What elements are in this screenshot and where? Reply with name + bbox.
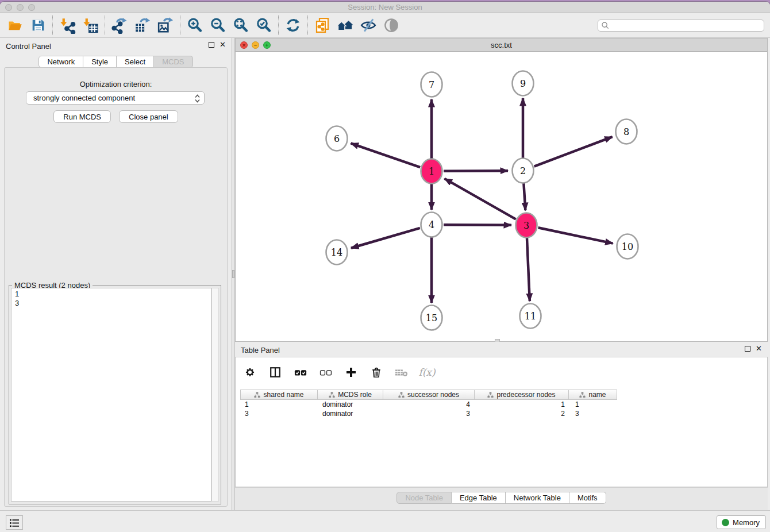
table-cell: 3 [384, 409, 476, 418]
tab-node-table[interactable]: Node Table [396, 492, 452, 504]
tab-network[interactable]: Network [38, 56, 83, 68]
trash-icon [370, 365, 383, 379]
toolbar-separator [278, 16, 279, 35]
zoom-selected-button[interactable] [252, 15, 275, 36]
zoom-selected-icon [255, 17, 272, 34]
zoom-fit-icon [232, 17, 249, 34]
graph-edge-3-11[interactable] [527, 237, 530, 301]
unselect-all-columns-button[interactable] [317, 363, 334, 381]
close-panel-button[interactable]: Close panel [119, 110, 178, 123]
home-button[interactable] [334, 15, 357, 36]
delete-table-icon [394, 366, 409, 379]
refresh-view-button[interactable] [282, 15, 305, 36]
zoom-out-button[interactable] [206, 15, 229, 36]
export-image-icon [157, 17, 174, 34]
import-table-button[interactable] [79, 15, 102, 36]
network-canvas[interactable]: 1234678910111415 [236, 52, 767, 341]
criterion-selected-value: strongly connected component [33, 94, 135, 102]
run-mcds-button[interactable]: Run MCDS [53, 110, 111, 123]
float-panel-icon[interactable] [209, 42, 214, 48]
control-panel-tabs: NetworkStyleSelectMCDS [0, 56, 232, 68]
import-network-icon [59, 17, 76, 34]
table-cell: 1 [571, 400, 619, 409]
graph-edge-2-3[interactable] [523, 183, 525, 210]
mcds-result-groupbox: MCDS result (2 nodes) 13 [9, 285, 221, 504]
tab-motifs[interactable]: Motifs [569, 492, 606, 504]
control-panel: Control Panel ✕ NetworkStyleSelectMCDS O… [0, 38, 232, 510]
window-titlebar: Session: New Session [0, 2, 770, 13]
node-table-body: f(x) shared nameMCDS rolesuccessor nodes… [235, 357, 768, 487]
graph-edge-4-14[interactable] [351, 228, 420, 248]
export-network-button[interactable] [108, 15, 131, 36]
save-session-button[interactable] [26, 15, 49, 36]
float-table-panel-icon[interactable] [745, 346, 750, 352]
table-tabs-strip: Node TableEdge TableNetwork TableMotifs [235, 487, 768, 510]
combo-stepper-icon [194, 94, 201, 105]
table-cell: 3 [571, 409, 619, 418]
tab-edge-table[interactable]: Edge Table [452, 492, 506, 504]
graph-edge-3-10[interactable] [538, 228, 613, 243]
unchecked-boxes-icon [319, 366, 333, 379]
graph-node-label-1: 1 [429, 166, 434, 177]
memory-button[interactable]: Memory [717, 515, 766, 529]
clone-network-button[interactable] [311, 15, 334, 36]
tab-style[interactable]: Style [83, 56, 117, 68]
column-header-name[interactable]: name [568, 390, 617, 400]
search-icon [601, 21, 610, 30]
search-input[interactable] [610, 21, 764, 30]
search-box [598, 20, 764, 32]
main-toolbar [0, 13, 770, 38]
graph-edge-4-3[interactable] [444, 225, 511, 225]
table-cell: 1 [240, 400, 318, 409]
table-row[interactable]: 3dominator323 [240, 409, 619, 418]
fx-icon: f(x) [418, 367, 435, 378]
refresh-icon [284, 17, 302, 34]
graph-node-label-3: 3 [523, 220, 529, 231]
export-table-button[interactable] [131, 15, 154, 36]
result-scrollbar[interactable] [211, 288, 219, 502]
column-header-shared-name[interactable]: shared name [240, 390, 318, 400]
zoom-fit-button[interactable] [229, 15, 252, 36]
mcds-result-text[interactable]: 13 [11, 288, 211, 502]
columns-icon [269, 366, 282, 379]
export-image-button[interactable] [154, 15, 177, 36]
delete-table-button[interactable] [393, 363, 410, 381]
divider-handle-icon[interactable] [232, 270, 234, 278]
select-all-columns-button[interactable] [292, 363, 309, 381]
memory-status-icon [722, 519, 729, 526]
graph-node-label-9: 9 [520, 78, 526, 89]
window-title: Session: New Session [0, 3, 770, 11]
close-table-panel-icon[interactable]: ✕ [756, 346, 762, 352]
add-column-button[interactable] [342, 363, 360, 381]
graph-edge-1-6[interactable] [351, 143, 421, 167]
graph-edge-3-1[interactable] [445, 179, 516, 219]
gear-icon [244, 366, 256, 379]
table-row[interactable]: 1dominator411 [240, 400, 619, 409]
split-panel-button[interactable] [267, 363, 284, 381]
table-settings-button[interactable] [241, 363, 259, 381]
eye-icon [383, 17, 400, 34]
result-line: 1 [15, 290, 207, 299]
column-header-predecessor-nodes[interactable]: predecessor nodes [474, 390, 569, 400]
graph-edge-2-8[interactable] [534, 137, 613, 166]
column-header-MCDS-role[interactable]: MCDS role [317, 390, 383, 400]
function-builder-button[interactable]: f(x) [418, 363, 436, 381]
app-window: Session: New Session [0, 2, 770, 532]
tab-mcds[interactable]: MCDS [154, 56, 192, 68]
criterion-select[interactable]: strongly connected component [26, 91, 205, 105]
zoom-in-button[interactable] [183, 15, 206, 36]
task-history-button[interactable] [6, 515, 23, 530]
open-file-button[interactable] [3, 15, 26, 36]
tab-select[interactable]: Select [117, 56, 154, 68]
graph-node-label-2: 2 [520, 165, 526, 176]
tab-network-table[interactable]: Network Table [506, 492, 569, 504]
network-title: scc.txt [236, 41, 767, 49]
hide-selected-button[interactable] [357, 15, 380, 36]
graph-edge-1-2[interactable] [444, 171, 508, 171]
close-panel-icon[interactable]: ✕ [220, 42, 226, 48]
import-network-button[interactable] [56, 15, 79, 36]
memory-label: Memory [733, 518, 760, 527]
show-hidden-button[interactable] [380, 15, 403, 36]
column-header-successor-nodes[interactable]: successor nodes [383, 390, 475, 400]
delete-columns-button[interactable] [368, 363, 385, 381]
